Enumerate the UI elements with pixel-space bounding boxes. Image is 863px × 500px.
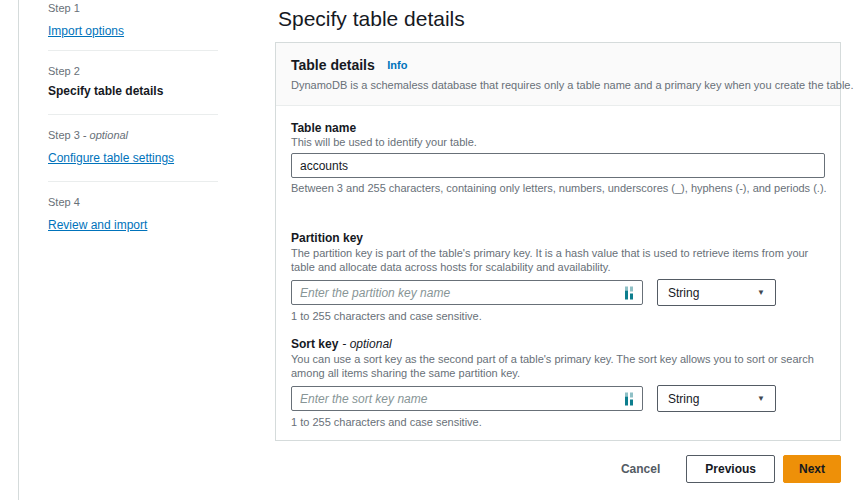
next-button[interactable]: Next [783, 455, 841, 483]
teal-bars-extension-icon[interactable] [624, 285, 636, 300]
table-name-label: Table name [291, 122, 825, 135]
sidebar-item-review-and-import[interactable]: Review and import [48, 218, 147, 233]
partition-key-type-select[interactable]: String ▼ [657, 279, 776, 306]
sort-key-label: Sort key- optional [291, 338, 825, 351]
step-number-label: Step 2 [48, 65, 218, 78]
sort-key-label-text: Sort key [291, 337, 338, 351]
step-number: Step 3 [48, 129, 80, 141]
sidebar-item-import-options[interactable]: Import options [48, 24, 124, 39]
sort-key-optional-suffix: - optional [342, 337, 391, 351]
step-number: Step 2 [48, 65, 80, 77]
step-number-label: Step 4 [48, 196, 218, 209]
content-left-divider [18, 0, 19, 500]
sort-key-type-select[interactable]: String ▼ [657, 385, 776, 412]
wizard-footer-actions: Cancel Previous Next [275, 455, 841, 483]
step-optional-suffix: - optional [83, 129, 128, 141]
card-header: Table details Info DynamoDB is a schemal… [276, 43, 840, 106]
cancel-button[interactable]: Cancel [617, 455, 664, 483]
sort-key-type-value: String [668, 392, 699, 406]
sort-key-field: Sort key- optional You can use a sort ke… [291, 338, 825, 428]
partition-key-input[interactable] [291, 280, 643, 305]
info-link[interactable]: Info [387, 59, 407, 71]
step-number: Step 1 [48, 2, 80, 14]
table-name-input[interactable] [291, 153, 825, 178]
wizard-steps-sidebar: Step 1 Import options Step 2 Specify tab… [48, 0, 218, 248]
main-content: Specify table details Table details Info… [275, 0, 841, 483]
sidebar-item-specify-table-details: Specify table details [48, 84, 218, 99]
table-name-field: Table name This will be used to identify… [291, 122, 825, 194]
sidebar-item-configure-table-settings[interactable]: Configure table settings [48, 151, 174, 166]
partition-key-helper: 1 to 255 characters and case sensitive. [291, 310, 825, 322]
step-group-3: Step 3- optional Configure table setting… [48, 114, 218, 181]
teal-bars-extension-icon[interactable] [624, 391, 636, 406]
sort-key-input-row: String ▼ [291, 385, 825, 412]
step-group-4: Step 4 Review and import [48, 181, 218, 248]
card-description: DynamoDB is a schemaless database that r… [291, 78, 825, 92]
sort-key-helper: 1 to 255 characters and case sensitive. [291, 416, 825, 428]
step-number-label: Step 3- optional [48, 129, 218, 142]
sort-key-input[interactable] [291, 386, 643, 411]
table-name-hint: This will be used to identify your table… [291, 136, 825, 148]
chevron-down-icon: ▼ [757, 289, 765, 297]
sort-key-input-wrap [291, 386, 643, 411]
table-details-card: Table details Info DynamoDB is a schemal… [275, 42, 841, 441]
sort-key-description: You can use a sort key as the second par… [291, 353, 825, 380]
card-title: Table details [291, 57, 375, 73]
partition-key-type-value: String [668, 286, 699, 300]
partition-key-description: The partition key is part of the table's… [291, 247, 825, 274]
step-group-2: Step 2 Specify table details [48, 50, 218, 114]
partition-key-input-wrap [291, 280, 643, 305]
partition-key-label: Partition key [291, 232, 825, 245]
chevron-down-icon: ▼ [757, 395, 765, 403]
step-number-label: Step 1 [48, 2, 218, 15]
partition-key-input-row: String ▼ [291, 279, 825, 306]
step-group-1: Step 1 Import options [48, 0, 218, 50]
previous-button[interactable]: Previous [686, 455, 775, 483]
page-title: Specify table details [278, 6, 841, 32]
partition-key-field: Partition key The partition key is part … [291, 232, 825, 322]
table-name-helper: Between 3 and 255 characters, containing… [291, 182, 825, 194]
step-number: Step 4 [48, 196, 80, 208]
card-body: Table name This will be used to identify… [276, 106, 840, 440]
